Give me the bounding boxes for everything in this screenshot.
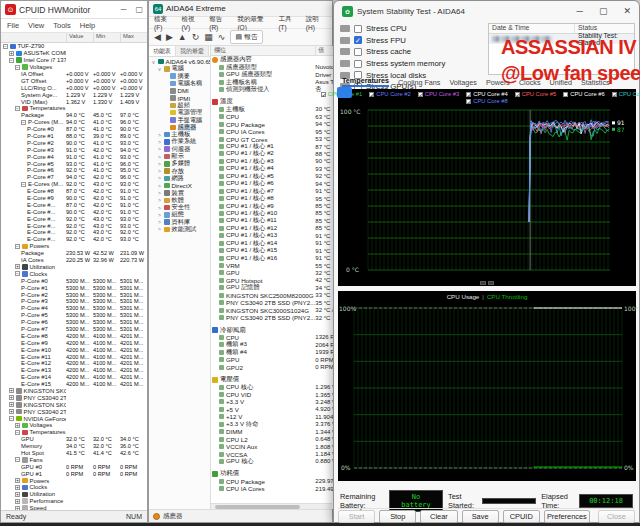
sensor-row[interactable]: P-Core #05300 M...5300 M...5301 M... <box>1 277 147 284</box>
preferences-button[interactable]: Preferences <box>544 510 590 523</box>
expand-icon[interactable]: + <box>15 492 20 497</box>
collapse-icon[interactable]: − <box>15 271 20 276</box>
tree-item[interactable]: 超頻 <box>149 102 210 109</box>
sensor-row[interactable]: IA Offset+0.000 V+0.000 V+0.000 V <box>1 71 147 78</box>
tree-item[interactable]: >顯示 <box>149 153 210 160</box>
sensor-row[interactable]: E-Core #...87.0 °C42.0 °C91.0 °C <box>1 201 147 208</box>
sensor-row[interactable]: E-Core #114200 M...4100 M...4201 M... <box>1 353 147 360</box>
sensor-row[interactable]: GT Offset+0.000 V+0.000 V+0.000 V <box>1 77 147 84</box>
checkbox[interactable] <box>354 60 362 68</box>
sensor-row[interactable]: −Powers <box>1 243 147 250</box>
clear-button[interactable]: Clear <box>420 510 457 523</box>
checkbox[interactable] <box>354 25 362 33</box>
sensor-row[interactable]: E-Core #104200 M...4100 M...4201 M... <box>1 346 147 353</box>
sensor-row[interactable]: +Powers <box>1 477 147 484</box>
sensor-row[interactable]: −Voltages <box>1 64 147 71</box>
col-value[interactable]: Value <box>66 33 93 42</box>
sensor-row[interactable]: +Voltages <box>1 422 147 429</box>
maximize-icon[interactable]: ▢ <box>135 5 143 14</box>
sensor-row[interactable]: P-Core #491.0 °C41.0 °C93.0 °C <box>1 153 147 160</box>
expand-icon[interactable]: + <box>15 485 20 490</box>
tree-item[interactable]: >伺服器 <box>149 146 210 153</box>
sensor-row[interactable]: P-Core #75300 M...5300 M...5301 M... <box>1 326 147 333</box>
sensor-row[interactable]: E-Core #84200 M...4100 M...4201 M... <box>1 332 147 339</box>
sensor-row[interactable]: +Utilization <box>1 491 147 498</box>
menu-view[interactable]: View <box>28 21 44 30</box>
tree-item[interactable]: >網路 <box>149 175 210 182</box>
col-field[interactable]: 欄位 <box>211 46 315 55</box>
sensor-row[interactable]: P-Core #391.0 °C42.0 °C94.0 °C <box>1 146 147 153</box>
tree-item[interactable]: >裝置 <box>149 189 210 196</box>
legend-checkbox[interactable]: ✓ <box>321 92 326 97</box>
tree-item[interactable]: DMI <box>149 87 210 94</box>
checkbox[interactable]: ✓ <box>354 36 362 44</box>
sensor-row[interactable]: −Clocks <box>1 270 147 277</box>
sensor-row[interactable]: P-Core #087.0 °C41.0 °C90.0 °C <box>1 126 147 133</box>
sensor-row[interactable]: −P-Cores (M...94.0 °C41.0 °C96.0 °C <box>1 119 147 126</box>
tree-item[interactable]: IPMI <box>149 94 210 101</box>
refresh-icon[interactable]: ↻ <box>192 32 200 42</box>
menu-item[interactable]: 工具(T) <box>278 15 298 31</box>
tree-item[interactable]: 感應器 <box>149 124 210 131</box>
expand-icon[interactable]: + <box>9 388 14 393</box>
collapse-icon[interactable]: − <box>21 182 26 187</box>
sensor-row[interactable]: +KINGSTON SKC2... <box>1 401 147 408</box>
tab-voltages[interactable]: Voltages <box>449 78 477 87</box>
tree-item[interactable]: v電腦 <box>149 65 210 72</box>
sensor-row[interactable]: GPU32.0 °C32.0 °C34.0 °C <box>1 436 147 443</box>
legend-checkbox[interactable]: ✓ <box>418 92 423 97</box>
sensor-row[interactable]: Package94.0 °C45.0 °C97.0 °C <box>1 112 147 119</box>
expand-icon[interactable]: + <box>9 409 14 414</box>
minimize-icon[interactable]: ─ <box>121 5 127 14</box>
sensor-row[interactable]: +KINGSTON SKC3... <box>1 388 147 395</box>
sensor-row[interactable]: P-Core #188.0 °C39.0 °C89.0 °C <box>1 133 147 140</box>
sensor-row[interactable]: −Fans <box>1 456 147 463</box>
legend-checkbox[interactable]: ✓ <box>369 92 374 97</box>
tree-item[interactable]: >主機板 <box>149 131 210 138</box>
sensor-row[interactable]: IA Cores220.25 W32.96 W220.73 W <box>1 257 147 264</box>
expand-icon[interactable]: + <box>15 478 20 483</box>
sensor-row[interactable]: System Age...1.229 V1.229 V1.229 V <box>1 91 147 98</box>
tree-item[interactable]: >效能測試 <box>149 226 210 233</box>
menu-item[interactable]: 報告(R) <box>209 15 230 31</box>
collapse-icon[interactable]: − <box>15 244 20 249</box>
sensor-row[interactable]: Package230.53 W42.52 W231.09 W <box>1 250 147 257</box>
menu-help[interactable]: Help <box>80 21 95 30</box>
favorites-icon[interactable]: ▦ <box>204 32 213 42</box>
sensor-row[interactable]: E-Core #...92.0 °C43.0 °C92.0 °C <box>1 229 147 236</box>
hwmonitor-titlebar[interactable]: ⊙ CPUID HWMonitor ─ ▢ <box>1 1 147 19</box>
checkbox[interactable] <box>354 48 362 56</box>
sensor-row[interactable]: E-Core #887.0 °C42.0 °C91.0 °C <box>1 188 147 195</box>
menu-item[interactable]: 我的最愛(O) <box>237 15 271 31</box>
collapse-icon[interactable]: − <box>3 44 8 49</box>
menu-item[interactable]: 檔案(F) <box>154 15 174 31</box>
stability-test-titlebar[interactable]: ✿ System Stability Test - AIDA64 ─ ▢ ✕ <box>334 1 639 21</box>
sensor-row[interactable]: −Intel Core i7 1370... <box>1 57 147 64</box>
sensor-row[interactable]: E-Core #...92.0 °C43.0 °C93.0 °C <box>1 222 147 229</box>
sensor-row[interactable]: LLC/Ring O...+0.000 V+0.000 V+0.000 V <box>1 84 147 91</box>
sensor-row[interactable]: −NVIDIA GeForce ... <box>1 415 147 422</box>
collapse-icon[interactable]: − <box>9 58 14 63</box>
sensor-row[interactable]: +ASUSTeK COMPU... <box>1 50 147 57</box>
sensor-row[interactable]: P-Core #25300 M...5300 M...5301 M... <box>1 291 147 298</box>
sensor-row[interactable]: P-Core #692.0 °C41.0 °C95.0 °C <box>1 167 147 174</box>
expand-icon[interactable]: + <box>15 264 20 269</box>
stress-option[interactable]: Stress CPU <box>340 23 490 35</box>
sensor-row[interactable]: −Temperatures <box>1 429 147 436</box>
sensor-row[interactable]: Hot Spot41.5 °C41.4 °C42.6 °C <box>1 450 147 457</box>
sensor-row[interactable]: E-Core #134200 M...4100 M...4201 M... <box>1 367 147 374</box>
maximize-icon[interactable]: ▢ <box>599 6 608 16</box>
tree-item[interactable]: >存放 <box>149 167 210 174</box>
tree-item[interactable]: >軟體 <box>149 197 210 204</box>
legend-checkbox[interactable]: ✓ <box>612 92 617 97</box>
sensor-row[interactable]: E-Core #144200 M...4100 M...4201 M... <box>1 374 147 381</box>
sensor-row[interactable]: E-Core #...92.0 °C43.0 °C93.0 °C <box>1 215 147 222</box>
sensor-row[interactable]: Memory34.0 °C32.0 °C36.0 °C <box>1 443 147 450</box>
stress-option[interactable]: Stress cache <box>340 46 490 58</box>
tab-cooling-fans[interactable]: Cooling Fans <box>398 78 440 87</box>
sensor-row[interactable]: E-Core #154200 M...4100 M...4201 M... <box>1 381 147 388</box>
collapse-icon[interactable]: − <box>21 120 26 125</box>
tree-item[interactable]: >資料庫 <box>149 219 210 226</box>
tree-item[interactable]: 摘要 <box>149 73 210 80</box>
tree-item[interactable]: >組態 <box>149 211 210 218</box>
